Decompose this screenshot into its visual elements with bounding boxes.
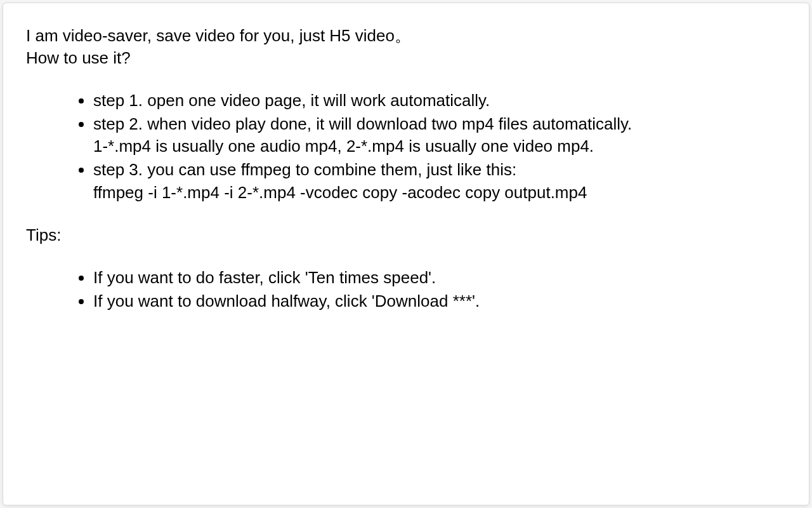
step-text: step 2. when video play done, it will do… [93, 114, 632, 133]
tip-text: If you want to do faster, click 'Ten tim… [93, 268, 436, 287]
step-text: step 1. open one video page, it will wor… [93, 91, 490, 110]
list-item: step 1. open one video page, it will wor… [93, 90, 786, 112]
steps-list: step 1. open one video page, it will wor… [26, 90, 786, 203]
list-item: If you want to download halfway, click '… [93, 290, 786, 312]
intro-block: I am video-saver, save video for you, ju… [26, 25, 786, 69]
intro-line-1: I am video-saver, save video for you, ju… [26, 25, 786, 47]
help-panel: I am video-saver, save video for you, ju… [3, 3, 809, 505]
step-text-line2: ffmpeg -i 1-*.mp4 -i 2-*.mp4 -vcodec cop… [93, 182, 786, 204]
step-text-line2: 1-*.mp4 is usually one audio mp4, 2-*.mp… [93, 135, 786, 157]
intro-line-2: How to use it? [26, 47, 786, 69]
tips-list: If you want to do faster, click 'Ten tim… [26, 267, 786, 312]
list-item: step 2. when video play done, it will do… [93, 113, 786, 157]
list-item: If you want to do faster, click 'Ten tim… [93, 267, 786, 289]
step-text: step 3. you can use ffmpeg to combine th… [93, 160, 516, 179]
tips-heading: Tips: [26, 224, 786, 246]
list-item: step 3. you can use ffmpeg to combine th… [93, 159, 786, 203]
tip-text: If you want to download halfway, click '… [93, 291, 480, 311]
